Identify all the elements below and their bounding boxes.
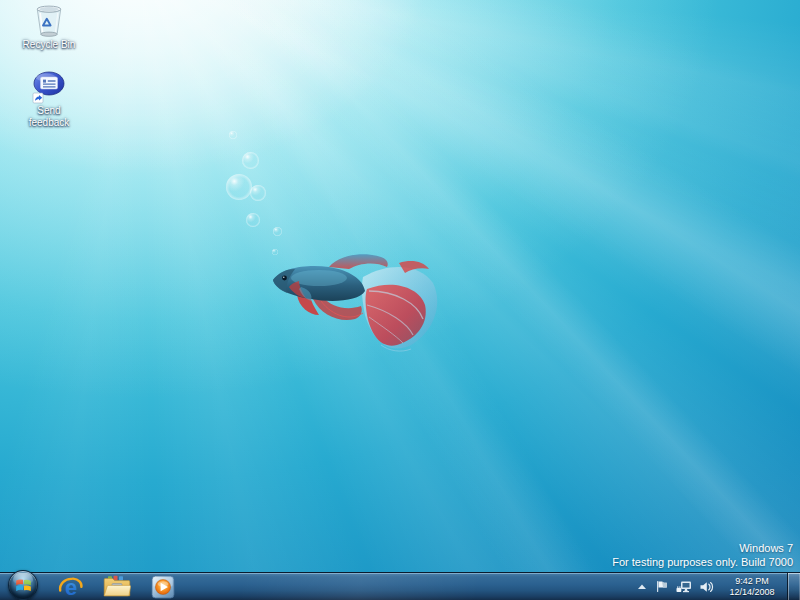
desktop-icon-send-feedback[interactable]: Send feedback xyxy=(10,70,88,129)
windows7-desktop: Recycle Bin Send feedback Windows 7 For … xyxy=(0,0,800,600)
desktop-icon-label: Send feedback xyxy=(16,105,82,129)
show-desktop-button[interactable] xyxy=(787,573,800,600)
network-icon xyxy=(675,580,693,594)
clock[interactable]: 9:42 PM 12/14/2008 xyxy=(719,576,785,597)
speaker-icon xyxy=(699,581,714,593)
bubble xyxy=(242,152,259,169)
taskbar-button-windows-media-player[interactable] xyxy=(140,573,186,600)
chevron-up-icon xyxy=(636,582,648,592)
pinned-apps: e xyxy=(48,573,186,600)
bubble xyxy=(273,227,282,236)
bubble xyxy=(226,174,252,200)
orb-gloss xyxy=(13,573,33,584)
watermark-line2: For testing purposes only. Build 7000 xyxy=(612,556,793,570)
bubble xyxy=(250,185,266,201)
taskbar-button-internet-explorer[interactable]: e xyxy=(48,573,94,600)
watermark-line1: Windows 7 xyxy=(612,542,793,556)
notification-area: 9:42 PM 12/14/2008 xyxy=(633,573,800,600)
send-feedback-icon xyxy=(32,70,66,104)
network-status-button[interactable] xyxy=(672,573,696,600)
bubble xyxy=(246,213,260,227)
clock-date: 12/14/2008 xyxy=(719,587,785,598)
desktop-icon-recycle-bin[interactable]: Recycle Bin xyxy=(10,4,88,51)
flag-icon xyxy=(654,579,669,594)
start-button[interactable] xyxy=(8,570,38,600)
betta-fish-image xyxy=(271,251,441,353)
show-hidden-icons-button[interactable] xyxy=(633,573,651,600)
windows-media-player-icon xyxy=(151,575,175,599)
build-watermark: Windows 7 For testing purposes only. Bui… xyxy=(612,542,793,569)
internet-explorer-icon: e xyxy=(58,574,84,600)
action-center-button[interactable] xyxy=(651,573,672,600)
windows-explorer-folder-icon xyxy=(103,575,131,598)
recycle-bin-icon xyxy=(31,4,67,38)
clock-time: 9:42 PM xyxy=(719,576,785,587)
bubble xyxy=(229,131,237,139)
taskbar: e xyxy=(0,572,800,600)
taskbar-button-windows-explorer[interactable] xyxy=(94,573,140,600)
desktop-icon-label: Recycle Bin xyxy=(23,39,76,51)
volume-button[interactable] xyxy=(696,573,717,600)
